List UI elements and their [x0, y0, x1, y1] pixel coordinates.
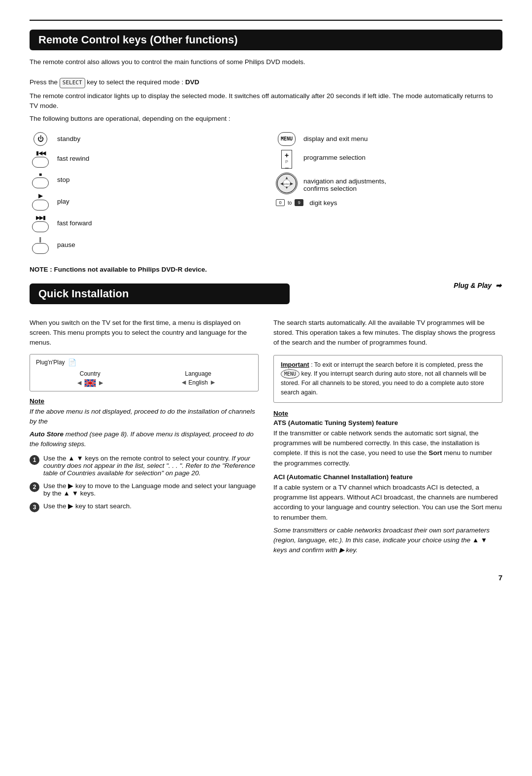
plug-play-label: Plug & Play ➡ — [454, 282, 501, 289]
fast-forward-icon: ▶▶▮ — [30, 214, 51, 232]
step-1: 1 Use the ▲ ▼ keys on the remote control… — [30, 455, 259, 477]
buttons-grid: ⏻ standby ▮◀◀ fast rewind — [30, 132, 502, 258]
ats-note-heading: Note — [273, 410, 502, 417]
lang-left-arrow-icon: ◀ — [182, 379, 186, 386]
nav-icon: ▲ ▼ ◀ ▶ select — [276, 173, 298, 194]
pnp-language-label: Language — [144, 370, 253, 377]
btn-row-programme: + P − programme selection — [276, 150, 502, 169]
btn-row-standby: ⏻ standby — [30, 132, 256, 146]
pnp-language-value: ◀ English ▶ — [144, 379, 253, 386]
step-1-content: Use the ▲ ▼ keys on the remote control t… — [43, 455, 259, 477]
remote-intro: The remote control also allows you to co… — [30, 57, 502, 67]
standby-icon: ⏻ — [30, 132, 51, 146]
dvd-r-note: NOTE : Functions not available to Philip… — [30, 265, 502, 275]
fast-forward-label: fast forward — [57, 219, 92, 227]
pnp-title: Plug'n'Play 📄 — [36, 358, 252, 366]
auto-store-label: Auto Store — [30, 430, 64, 438]
digit-label: digit keys — [309, 199, 337, 207]
page-number: 7 — [30, 573, 502, 582]
stop-icon: ■ — [30, 172, 51, 188]
important-text2: key. If you interrupt search during auto… — [281, 370, 486, 396]
steps-list: 1 Use the ▲ ▼ keys on the remote control… — [30, 455, 259, 512]
remote-section: Remote Control keys (Other functions) Th… — [30, 30, 502, 275]
following-text: The following buttons are operational, d… — [30, 114, 502, 124]
menu-icon: MENU — [276, 132, 298, 146]
play-label: play — [57, 198, 69, 205]
language-text: English — [189, 379, 208, 386]
menu-key-icon: MENU — [281, 369, 299, 379]
svg-text:▲: ▲ — [285, 176, 289, 180]
pnp-grid: Country ◀ — [36, 370, 252, 387]
pnp-country-col: Country ◀ — [36, 370, 144, 387]
pnp-country-label: Country — [36, 370, 144, 377]
pnp-country-value: ◀ — [36, 379, 144, 387]
remote-section-header: Remote Control keys (Other functions) — [30, 30, 502, 50]
right-column: The search starts automatically. All the… — [273, 318, 502, 559]
step-3: 3 Use the ▶ key to start search. — [30, 502, 259, 512]
btn-row-digits: 0 to 9 digit keys — [276, 199, 502, 207]
ats-note-block: Note ATS (Automatic Tuning System) featu… — [273, 410, 502, 468]
ats-heading: ATS (Automatic Tuning System) feature — [273, 419, 502, 426]
pause-icon: ‖ — [30, 236, 51, 254]
aci-note-block: ACI (Automatic Channel Installation) fea… — [273, 473, 502, 556]
step-3-num: 3 — [30, 502, 39, 512]
digit-icon: 0 to 9 — [276, 199, 303, 206]
left-arrow-icon: ◀ — [77, 380, 81, 386]
step-2-text: Use the ▶ key to move to the Language mo… — [43, 482, 256, 497]
indicator-text: The remote control indicator lights up t… — [30, 91, 502, 111]
dvd-label: DVD — [185, 78, 200, 86]
stop-label: stop — [57, 176, 70, 183]
lang-right-arrow-icon: ▶ — [211, 379, 215, 386]
important-box: Important : To exit or interrupt the sea… — [273, 355, 502, 403]
quick-install-header: Quick Installation — [30, 283, 290, 304]
step-2: 2 Use the ▶ key to move to the Language … — [30, 482, 259, 497]
sort-label: Sort — [429, 449, 442, 457]
programme-label: programme selection — [303, 150, 366, 161]
svg-text:select: select — [283, 181, 291, 185]
step-1-text: Use the ▲ ▼ keys on the remote control t… — [43, 455, 255, 477]
press-select-line: Press the SELECT key to select the requi… — [30, 77, 502, 88]
pnp-language-col: Language ◀ English ▶ — [144, 370, 253, 387]
gb-flag-icon — [84, 379, 96, 387]
aci-heading: ACI (Automatic Channel Installation) fea… — [273, 473, 502, 481]
note-block: Note If the above menu is not displayed,… — [30, 397, 259, 450]
btn-row-menu: MENU display and exit menu — [276, 132, 502, 146]
ats-text: If the transmitter or cable network send… — [273, 428, 502, 468]
pnp-icon: 📄 — [68, 358, 76, 366]
aci-text: If a cable system or a TV channel which … — [273, 483, 502, 523]
step-3-text: Use the ▶ key to start search. — [43, 502, 132, 510]
btn-row-fast-forward: ▶▶▮ fast forward — [30, 214, 256, 232]
fast-rewind-label: fast rewind — [57, 155, 89, 162]
note-text: If the above menu is not displayed, proc… — [30, 407, 259, 427]
fast-rewind-icon: ▮◀◀ — [30, 150, 51, 168]
btn-row-nav: ▲ ▼ ◀ ▶ select navigation and adjustment… — [276, 173, 502, 194]
btn-row-play: ▶ play — [30, 192, 256, 211]
standby-label: standby — [57, 135, 80, 142]
btn-row-pause: ‖ pause — [30, 236, 256, 254]
aci-italic: Some transmitters or cable networks broa… — [273, 526, 502, 556]
btn-row-fast-rewind: ▮◀◀ fast rewind — [30, 150, 256, 168]
step-1-num: 1 — [30, 455, 39, 465]
play-icon: ▶ — [30, 192, 51, 211]
step-2-content: Use the ▶ key to move to the Language mo… — [43, 482, 259, 497]
step-2-num: 2 — [30, 482, 39, 492]
plug-play-arrow-icon: ➡ — [496, 282, 501, 289]
svg-text:▼: ▼ — [285, 185, 289, 190]
select-key: SELECT — [60, 78, 85, 88]
quick-install-section: Plug & Play ➡ Quick Installation When yo… — [30, 283, 502, 559]
menu-label: display and exit menu — [303, 135, 368, 142]
nav-label: navigation and adjustments,confirms sele… — [303, 173, 386, 192]
auto-store-note: method (see page 8). If above menu is di… — [30, 430, 254, 448]
step-1-italic: If your country does not appear in the l… — [43, 455, 255, 477]
right-arrow-icon: ▶ — [99, 380, 103, 386]
btn-row-stop: ■ stop — [30, 172, 256, 188]
auto-store-line: Auto Store method (see page 8). If above… — [30, 429, 259, 450]
note-heading: Note — [30, 397, 259, 405]
search-text: The search starts automatically. All the… — [273, 318, 502, 348]
qi-intro: When you switch on the TV set for the fi… — [30, 318, 259, 348]
important-label: Important — [281, 361, 309, 368]
left-column: When you switch on the TV set for the fi… — [30, 318, 259, 559]
digit-0-icon: 0 — [276, 199, 285, 206]
step-3-content: Use the ▶ key to start search. — [43, 502, 132, 510]
top-rule — [30, 20, 502, 21]
